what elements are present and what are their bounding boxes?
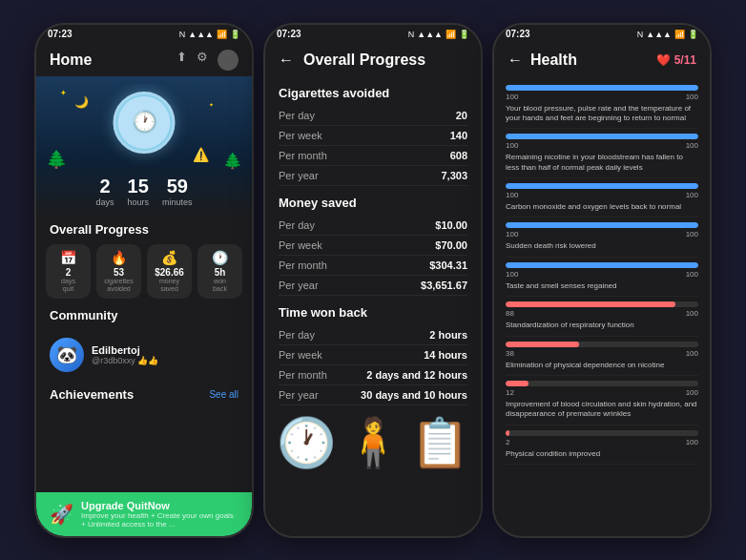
- health-bar-left-label: 88: [506, 309, 514, 318]
- health-bar-fill: [506, 134, 698, 139]
- money-per-year: Per year $3,651.67: [279, 276, 467, 296]
- battery-icon: 🔋: [230, 30, 240, 39]
- person-illustration: 🧍: [343, 415, 403, 470]
- health-bar-track: [506, 262, 698, 268]
- health-bar-labels: 12100: [506, 388, 698, 397]
- health-bar-right-label: 100: [686, 93, 698, 101]
- see-all-button[interactable]: See all: [209, 389, 238, 400]
- prog-card-time: 🕐 5h wonback: [197, 244, 242, 300]
- health-desc: Taste and smell senses regained: [506, 281, 698, 291]
- health-row: 100100Remaining nicotine in your bloodst…: [506, 129, 698, 178]
- health-bar-labels: 38100: [506, 349, 698, 358]
- header-icons: ⬆ ⚙: [176, 50, 238, 71]
- progress-header: ← Overall Progress: [265, 44, 481, 76]
- upgrade-banner[interactable]: 🚀 Upgrade QuitNow Improve your health + …: [36, 492, 252, 536]
- health-back-button[interactable]: ←: [508, 52, 523, 69]
- heart-icon: ❤️: [656, 53, 671, 67]
- status-icons-1: N ▲▲▲ 📶 🔋: [179, 30, 240, 39]
- health-bar-right-label: 100: [686, 230, 698, 239]
- health-bar-col: 100100Carbon monoxide and oxygen levels …: [506, 183, 698, 212]
- health-bar-col: 2100Physical condition improved: [506, 430, 698, 459]
- share-icon[interactable]: ⬆: [176, 50, 187, 71]
- health-desc: Elimination of physical dependence on ni…: [506, 361, 698, 370]
- health-bar-left-label: 100: [506, 230, 518, 239]
- status-icons-2: N ▲▲▲ 📶 🔋: [408, 30, 469, 39]
- status-bar-3: 07:23 N ▲▲▲ 📶 🔋: [494, 25, 710, 44]
- progress-title: Overall Progress: [303, 52, 425, 69]
- health-bar-track: [506, 222, 698, 228]
- health-row: 2100Physical condition improved: [506, 425, 698, 465]
- status-time-2: 07:23: [277, 29, 301, 39]
- time-per-month: Per month 2 days and 12 hours: [279, 365, 467, 385]
- phone-health: 07:23 N ▲▲▲ 📶 🔋 ← Health ❤️ 5/11 100100Y…: [492, 23, 712, 538]
- back-button[interactable]: ←: [279, 52, 294, 69]
- health-title: Health: [530, 52, 577, 69]
- timer-minutes: 59 minutes: [162, 176, 193, 207]
- star-icon-1: ✦: [60, 89, 67, 97]
- prog-time-value: 5h: [201, 267, 238, 278]
- prog-cigs-label: cigarettesavoided: [100, 278, 137, 294]
- health-desc: Improvement of blood circulation and ski…: [506, 400, 698, 420]
- star-icon-2: ✦: [209, 101, 214, 108]
- time-per-week: Per week 14 hours: [279, 345, 467, 365]
- timer-days: 2 days: [95, 176, 114, 207]
- cigs-per-year: Per year 7,303: [279, 166, 467, 186]
- health-row: 100100Carbon monoxide and oxygen levels …: [506, 178, 698, 218]
- timer-hours: 15 hours: [127, 176, 149, 207]
- timer-days-value: 2: [95, 176, 114, 197]
- battery-icon-2: 🔋: [459, 30, 469, 39]
- health-row: 38100Elimination of physical dependence …: [506, 337, 698, 376]
- health-bar-col: 88100Standardization of respiratory func…: [506, 301, 698, 330]
- clock-icon: 🕐: [201, 250, 238, 265]
- money-icon: 💰: [151, 250, 188, 265]
- health-bar-fill: [506, 222, 698, 228]
- night-sky: ✦ 🌙 🕐 ✦ ⚠️ 🌲 🌲: [36, 84, 252, 170]
- settings-icon[interactable]: ⚙: [197, 50, 208, 71]
- health-bar-left-label: 100: [506, 270, 518, 279]
- money-per-month: Per month $304.31: [279, 256, 467, 276]
- prog-card-cigarettes: 🔥 53 cigarettesavoided: [96, 244, 141, 300]
- health-bar-left-label: 12: [506, 388, 514, 397]
- health-bar-right-label: 100: [686, 191, 698, 199]
- signal-icon-3: ▲▲▲: [646, 30, 672, 39]
- notification-icon: N: [179, 30, 186, 39]
- health-bar-col: 38100Elimination of physical dependence …: [506, 342, 698, 370]
- health-bar-right-label: 100: [686, 438, 698, 446]
- cigs-per-day: Per day 20: [279, 106, 467, 126]
- illustration: 🕐 🧍 📋: [279, 405, 467, 480]
- health-bar-col: 100100Taste and smell senses regained: [506, 262, 698, 291]
- tree-left-icon: 🌲: [46, 149, 67, 170]
- community-section: 🐼 Edilbertoj @r3db0xxy 👍👍: [36, 326, 252, 384]
- health-bar-labels: 100100: [506, 270, 698, 279]
- health-bar-track: [506, 301, 698, 307]
- health-bar-fill: [506, 262, 698, 268]
- prog-money-value: $26.66: [151, 267, 188, 278]
- health-bar-col: 100100Sudden death risk lowered: [506, 222, 698, 251]
- cigs-per-month: Per month 608: [279, 146, 467, 166]
- prog-days-value: 2: [50, 267, 87, 278]
- health-bar-right-label: 100: [686, 141, 698, 150]
- user-avatar[interactable]: [218, 50, 238, 71]
- health-bar-fill: [506, 430, 509, 436]
- health-bar-track: [506, 85, 698, 91]
- health-desc: Standardization of respiratory function: [506, 321, 698, 330]
- status-time-1: 07:23: [48, 29, 73, 39]
- signal-icon: ▲▲▲: [188, 30, 214, 39]
- notification-icon-3: N: [637, 30, 644, 39]
- prog-money-label: moneysaved: [151, 278, 188, 294]
- tree-right-icon: 🌲: [223, 152, 242, 170]
- prog-days-label: daysquit: [50, 278, 87, 294]
- timer-row: 2 days 15 hours 59 minutes: [95, 170, 192, 211]
- home-title: Home: [50, 52, 92, 69]
- status-icons-3: N ▲▲▲ 📶 🔋: [637, 30, 698, 39]
- road-sign-icon: ⚠️: [193, 147, 209, 162]
- health-desc: Remaining nicotine in your bloodstream h…: [506, 153, 698, 173]
- time-per-year: Per year 30 days and 10 hours: [279, 385, 467, 405]
- community-handle: @r3db0xxy 👍👍: [92, 356, 158, 365]
- health-bar-right-label: 100: [686, 349, 698, 358]
- clock-illustration: 🕐: [277, 415, 336, 470]
- wifi-icon-2: 📶: [446, 30, 456, 39]
- progress-content: Cigarettes avoided Per day 20 Per week 1…: [265, 76, 481, 536]
- upgrade-subtitle: Improve your health + Create your own go…: [81, 511, 238, 529]
- phone-home: 07:23 N ▲▲▲ 📶 🔋 Home ⬆ ⚙ ✦ 🌙 🕐: [34, 23, 254, 538]
